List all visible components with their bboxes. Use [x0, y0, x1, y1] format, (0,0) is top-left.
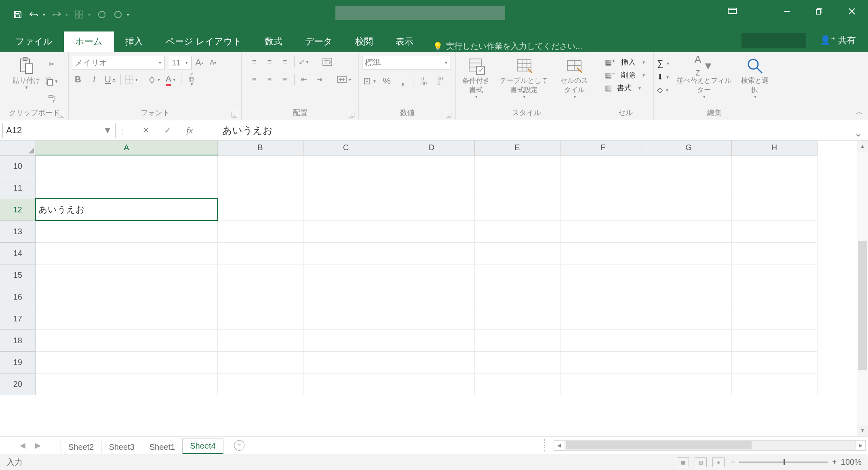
cell-B20[interactable] — [217, 373, 303, 395]
sheet-tab-Sheet1[interactable]: Sheet1 — [142, 440, 183, 454]
formula-input[interactable]: あいうえお ⌄ — [206, 123, 864, 138]
cell-C10[interactable] — [303, 155, 389, 177]
align-right-icon[interactable]: ≡ — [279, 73, 291, 86]
cell-H12[interactable] — [731, 199, 817, 220]
tab-scroll-right-icon[interactable]: ▶ — [35, 441, 41, 450]
undo-dropdown[interactable]: ▼ — [42, 13, 46, 17]
cut-icon[interactable]: ✂ — [46, 58, 58, 70]
cell-H10[interactable] — [731, 155, 817, 177]
cell-C14[interactable] — [303, 242, 389, 264]
format-cells-button[interactable]: ▦ 書式 ▼ — [605, 83, 642, 93]
new-sheet-button[interactable]: + — [231, 437, 247, 453]
cell-C16[interactable] — [303, 286, 389, 308]
cancel-edit-icon[interactable]: ✕ — [140, 124, 152, 136]
cell-A20[interactable] — [36, 373, 217, 395]
font-color-icon[interactable]: A▼ — [165, 73, 177, 86]
percent-icon[interactable]: % — [381, 75, 393, 87]
cell-B18[interactable] — [217, 329, 303, 351]
close-button[interactable] — [836, 0, 868, 23]
cell-F17[interactable] — [560, 308, 646, 329]
fill-color-icon[interactable]: ▼ — [147, 73, 161, 86]
clipboard-launcher[interactable] — [59, 112, 64, 118]
row-header-11[interactable]: 11 — [0, 177, 36, 199]
align-bottom-icon[interactable]: ≡ — [279, 56, 291, 68]
align-top-icon[interactable]: ≡ — [248, 56, 260, 68]
cell-B13[interactable] — [217, 220, 303, 242]
copy-icon[interactable]: ▼ — [45, 75, 59, 87]
cell-A16[interactable] — [36, 286, 217, 308]
normal-view-icon[interactable]: ▦ — [677, 457, 689, 467]
col-header-E[interactable]: E — [474, 141, 560, 155]
row-header-10[interactable]: 10 — [0, 155, 36, 177]
tab-scroll-left-icon[interactable]: ◀ — [20, 441, 25, 450]
cell-D15[interactable] — [389, 264, 474, 286]
cell-D12[interactable] — [389, 199, 474, 220]
cell-E17[interactable] — [474, 308, 560, 329]
zoom-level[interactable]: 100% — [841, 457, 862, 467]
cell-G14[interactable] — [646, 242, 731, 264]
cell-G18[interactable] — [646, 329, 731, 351]
cell-F20[interactable] — [560, 373, 646, 395]
borders-icon[interactable]: ▼ — [125, 73, 139, 86]
cell-F13[interactable] — [560, 220, 646, 242]
vscroll-thumb[interactable] — [858, 241, 867, 370]
row-header-13[interactable]: 13 — [0, 220, 36, 242]
cell-C11[interactable] — [303, 177, 389, 199]
cell-H14[interactable] — [731, 242, 817, 264]
decrease-decimal-icon[interactable]: .00.0 — [434, 75, 446, 87]
orientation-icon[interactable]: ⤢▼ — [298, 56, 310, 68]
number-format-combo[interactable]: 標準▼ — [362, 56, 451, 69]
tab-split-handle[interactable] — [544, 439, 547, 451]
cell-E13[interactable] — [474, 220, 560, 242]
collapse-ribbon-icon[interactable]: ︿ — [856, 107, 863, 117]
cell-C18[interactable] — [303, 329, 389, 351]
restore-button[interactable] — [803, 0, 836, 23]
cell-G11[interactable] — [646, 177, 731, 199]
tab-formulas[interactable]: 数式 — [253, 31, 294, 52]
cell-A11[interactable] — [36, 177, 217, 199]
cell-D13[interactable] — [389, 220, 474, 242]
comma-icon[interactable]: , — [397, 75, 409, 87]
font-name-combo[interactable]: メイリオ▼ — [72, 56, 165, 69]
share-button[interactable]: 👤⁺ 共有 — [812, 34, 864, 46]
name-box-dropdown[interactable]: ▼ — [103, 125, 112, 136]
col-header-B[interactable]: B — [217, 141, 303, 155]
row-header-14[interactable]: 14 — [0, 242, 36, 264]
cell-H18[interactable] — [731, 329, 817, 351]
tab-page-layout[interactable]: ページ レイアウト — [154, 31, 253, 52]
scroll-up-icon[interactable]: ▲ — [857, 141, 868, 152]
font-size-combo[interactable]: 11▼ — [169, 56, 192, 69]
scroll-down-icon[interactable]: ▼ — [857, 425, 868, 436]
horizontal-scrollbar[interactable]: ◀ ▶ — [554, 440, 866, 451]
cell-H20[interactable] — [731, 373, 817, 395]
spreadsheet-grid[interactable]: A B C D E F G H 101112あいうえお1314151617181… — [0, 141, 817, 395]
expand-formula-bar-icon[interactable]: ⌄ — [854, 128, 862, 139]
cell-F10[interactable] — [560, 155, 646, 177]
cell-D11[interactable] — [389, 177, 474, 199]
merge-center-icon[interactable]: ▼ — [337, 73, 352, 86]
cell-A13[interactable] — [36, 220, 217, 242]
row-header-18[interactable]: 18 — [0, 329, 36, 351]
cell-H13[interactable] — [731, 220, 817, 242]
cell-D10[interactable] — [389, 155, 474, 177]
cell-B19[interactable] — [217, 351, 303, 373]
row-header-16[interactable]: 16 — [0, 286, 36, 308]
cell-B12[interactable] — [217, 199, 303, 220]
fill-button[interactable]: ⬇▼ — [657, 73, 670, 82]
scroll-right-icon[interactable]: ▶ — [855, 440, 866, 451]
cell-D17[interactable] — [389, 308, 474, 329]
cell-D14[interactable] — [389, 242, 474, 264]
cell-E19[interactable] — [474, 351, 560, 373]
cell-E20[interactable] — [474, 373, 560, 395]
cell-E14[interactable] — [474, 242, 560, 264]
cell-H19[interactable] — [731, 351, 817, 373]
cell-G17[interactable] — [646, 308, 731, 329]
increase-font-icon[interactable]: A▴ — [193, 57, 205, 69]
confirm-edit-icon[interactable]: ✓ — [162, 124, 174, 136]
cell-G12[interactable] — [646, 199, 731, 220]
cell-B10[interactable] — [217, 155, 303, 177]
cell-E15[interactable] — [474, 264, 560, 286]
cell-E18[interactable] — [474, 329, 560, 351]
scroll-left-icon[interactable]: ◀ — [554, 440, 564, 451]
hscroll-thumb[interactable] — [566, 441, 752, 449]
